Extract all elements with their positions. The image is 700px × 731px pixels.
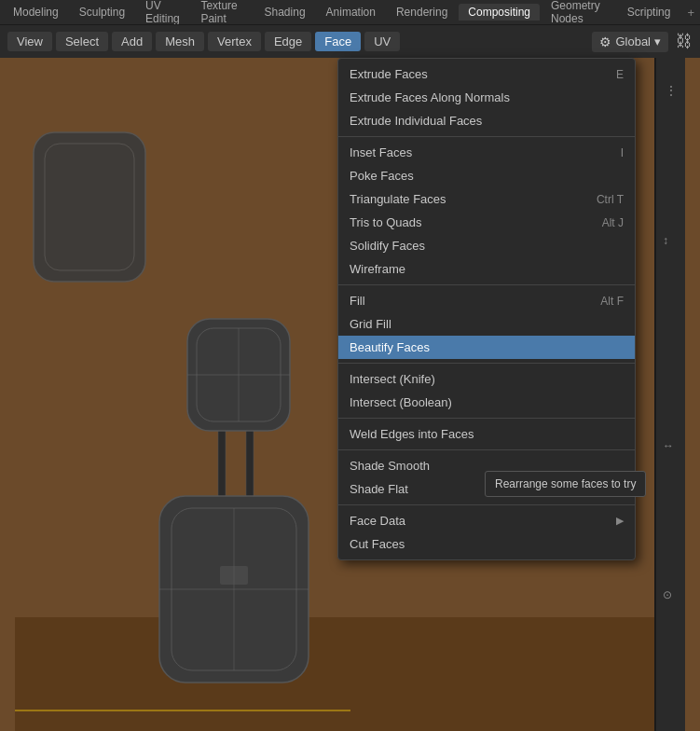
svg-text:⋮: ⋮ (665, 83, 678, 98)
intersect-knife-item[interactable]: Intersect (Knife) (338, 367, 635, 391)
svg-rect-2 (34, 132, 145, 282)
workspace-bar: Modeling Sculpting UV Editing Texture Pa… (0, 0, 700, 24)
workspace-tab-shading[interactable]: Shading (255, 4, 315, 21)
svg-rect-16 (220, 566, 248, 585)
select-menu-button[interactable]: Select (56, 32, 108, 51)
workspace-tab-texture[interactable]: Texture Paint (191, 0, 253, 27)
mesh-menu-button[interactable]: Mesh (156, 32, 204, 51)
add-workspace-tab-button[interactable]: + (681, 4, 700, 21)
view-menu-button[interactable]: View (7, 32, 52, 51)
weld-edges-into-faces-item[interactable]: Weld Edges into Faces (338, 422, 635, 446)
fill-item[interactable]: Fill Alt F (338, 289, 635, 312)
uv-menu-button[interactable]: UV (364, 32, 400, 51)
face-data-item[interactable]: Face Data ▶ (338, 509, 635, 532)
tris-to-quads-item[interactable]: Tris to Quads Alt J (338, 211, 635, 234)
svg-rect-1 (15, 617, 685, 731)
intersect-boolean-item[interactable]: Intersect (Boolean) (338, 391, 635, 414)
tooltip: Rearrange some faces to try (485, 471, 646, 497)
header-right: ⚙ Global ▾ ⛓ (592, 32, 693, 52)
inset-faces-item[interactable]: Inset Faces I (338, 141, 635, 164)
workspace-tab-geometry-nodes[interactable]: Geometry Nodes (542, 0, 616, 27)
poke-faces-item[interactable]: Poke Faces (338, 164, 635, 187)
workspace-tab-scripting[interactable]: Scripting (618, 4, 680, 21)
triangulate-faces-item[interactable]: Triangulate Faces Ctrl T (338, 187, 635, 211)
separator-4 (338, 418, 635, 419)
workspace-tab-animation[interactable]: Animation (317, 4, 385, 21)
separator-5 (338, 449, 635, 450)
svg-text:⊙: ⊙ (663, 588, 672, 601)
workspace-tab-sculpting[interactable]: Sculpting (70, 4, 134, 21)
workspace-tab-modeling[interactable]: Modeling (4, 4, 68, 21)
grid-fill-item[interactable]: Grid Fill (338, 312, 635, 336)
workspace-tab-rendering[interactable]: Rendering (387, 4, 457, 21)
separator-1 (338, 136, 635, 137)
separator-2 (338, 284, 635, 285)
separator-3 (338, 363, 635, 364)
solidify-faces-item[interactable]: Solidify Faces (338, 234, 635, 257)
separator-6 (338, 504, 635, 505)
extrude-faces-item[interactable]: Extrude Faces E (338, 62, 635, 86)
vertex-menu-button[interactable]: Vertex (208, 32, 261, 51)
svg-text:↔: ↔ (663, 439, 674, 452)
edge-menu-button[interactable]: Edge (265, 32, 311, 51)
workspace-tab-compositing[interactable]: Compositing (459, 4, 540, 21)
svg-text:↕: ↕ (663, 234, 668, 247)
header-bar: View Select Add Mesh Vertex Edge Face UV… (0, 24, 700, 58)
face-menu-button[interactable]: Face (315, 32, 361, 51)
beautify-faces-item[interactable]: Beautify Faces (338, 336, 635, 359)
wireframe-item[interactable]: Wireframe (338, 257, 635, 281)
extrude-individual-faces-item[interactable]: Extrude Individual Faces (338, 109, 635, 132)
workspace-tab-uv[interactable]: UV Editing (136, 0, 189, 27)
svg-rect-18 (656, 58, 685, 731)
cut-faces-item[interactable]: Cut Faces (338, 532, 635, 556)
extrude-faces-along-normals-item[interactable]: Extrude Faces Along Normals (338, 86, 635, 109)
link-icon[interactable]: ⛓ (676, 32, 693, 51)
add-menu-button[interactable]: Add (112, 32, 152, 51)
global-selector[interactable]: ⚙ Global ▾ (592, 32, 668, 52)
